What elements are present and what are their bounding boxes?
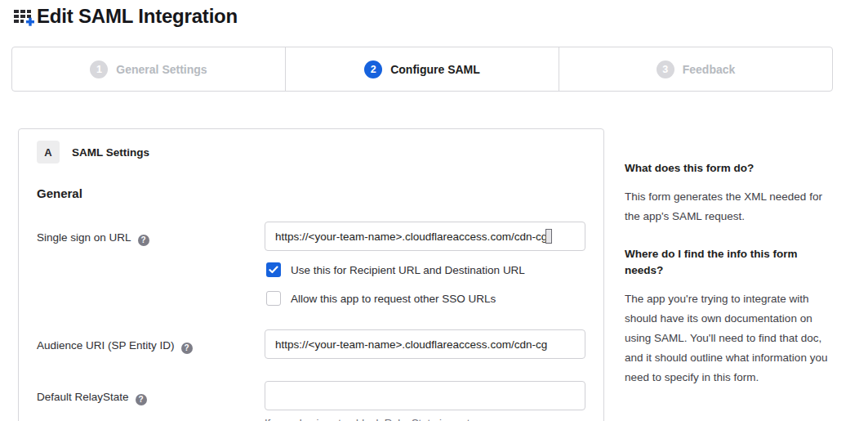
other-sso-checkbox-row: Allow this app to request other SSO URLs <box>266 291 585 306</box>
section-title: SAML Settings <box>72 146 149 159</box>
section-a-badge: A <box>37 141 60 163</box>
audience-uri-control-col <box>265 329 585 359</box>
audience-uri-label-col: Audience URI (SP Entity ID)? <box>37 329 265 359</box>
relay-state-control-col: If no value is set, a blank RelayState i… <box>265 381 585 421</box>
page-header: Edit SAML Integration <box>13 5 238 28</box>
other-sso-checkbox-label: Allow this app to request other SSO URLs <box>291 293 496 305</box>
relay-state-label-col: Default RelayState? <box>37 381 265 421</box>
step-label: Configure SAML <box>390 63 480 76</box>
relay-state-label: Default RelayState <box>37 391 129 403</box>
sso-url-help-icon[interactable]: ? <box>138 235 149 246</box>
audience-uri-row: Audience URI (SP Entity ID)? <box>37 329 585 359</box>
other-sso-checkbox[interactable] <box>266 291 281 306</box>
text-cursor <box>545 229 552 244</box>
help-heading-where: Where do I find the info this form needs… <box>625 246 830 279</box>
wizard-stepper: 1 General Settings 2 Configure SAML 3 Fe… <box>11 47 833 92</box>
audience-uri-help-icon[interactable]: ? <box>181 343 193 354</box>
help-sidebar: What does this form do? This form genera… <box>625 160 830 407</box>
help-body-where: The app you're trying to integrate with … <box>625 289 830 387</box>
page-title: Edit SAML Integration <box>37 5 238 28</box>
recipient-url-checkbox[interactable] <box>266 262 281 277</box>
edit-saml-integration-page: Edit SAML Integration 1 General Settings… <box>0 0 868 421</box>
app-grid-plus-icon <box>13 6 34 27</box>
saml-settings-panel: A SAML Settings General Single sign on U… <box>18 128 604 421</box>
step-number-badge: 3 <box>657 60 674 78</box>
relay-state-row: Default RelayState? If no value is set, … <box>37 381 585 421</box>
general-group-heading: General <box>37 186 585 200</box>
step-general-settings[interactable]: 1 General Settings <box>12 47 285 91</box>
help-heading-what: What does this form do? <box>625 160 830 177</box>
relay-state-help-icon[interactable]: ? <box>136 394 147 405</box>
recipient-url-checkbox-label: Use this for Recipient URL and Destinati… <box>291 264 525 276</box>
step-number-badge: 1 <box>90 60 108 78</box>
step-configure-saml[interactable]: 2 Configure SAML <box>285 47 559 91</box>
sso-url-label: Single sign on URL <box>37 231 131 244</box>
step-label: General Settings <box>116 63 207 76</box>
sso-url-control-col: https://<your-team-name>.cloudflareacces… <box>265 222 585 306</box>
sso-url-row: Single sign on URL? https://<your-team-n… <box>37 222 585 306</box>
relay-state-input[interactable] <box>265 381 585 410</box>
step-number-badge: 2 <box>364 60 382 78</box>
step-feedback[interactable]: 3 Feedback <box>559 47 832 91</box>
recipient-url-checkbox-row: Use this for Recipient URL and Destinati… <box>266 262 585 277</box>
audience-uri-input[interactable] <box>265 329 585 359</box>
sso-url-value: https://<your-team-name>.cloudflareacces… <box>275 231 547 243</box>
section-header: A SAML Settings <box>37 141 585 163</box>
step-label: Feedback <box>683 63 736 76</box>
sso-url-input[interactable]: https://<your-team-name>.cloudflareacces… <box>265 222 585 251</box>
help-body-what: This form generates the XML needed for t… <box>625 187 830 226</box>
sso-url-label-col: Single sign on URL? <box>37 222 265 306</box>
relay-state-helper-text: If no value is set, a blank RelayState i… <box>265 417 585 421</box>
audience-uri-label: Audience URI (SP Entity ID) <box>37 339 175 352</box>
